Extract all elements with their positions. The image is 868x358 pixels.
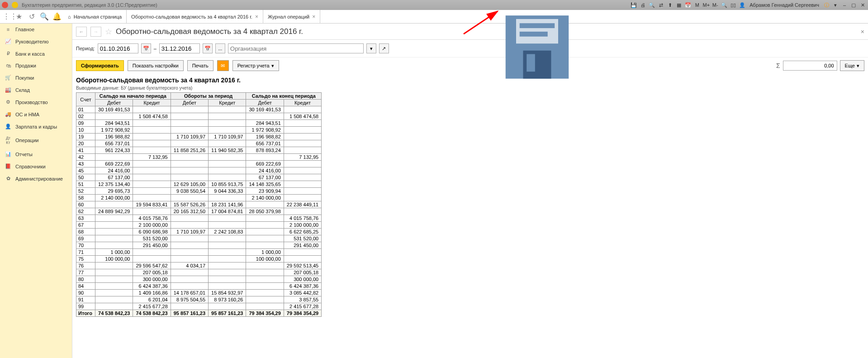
m-plus-icon[interactable]: M+ — [702, 1, 710, 9]
compare-icon[interactable]: ⇄ — [657, 1, 664, 9]
table-row[interactable]: 916 201,048 975 504,558 973 160,263 857,… — [76, 296, 322, 303]
sidebar-item-bank[interactable]: ₽Банк и касса — [0, 48, 72, 60]
table-row[interactable]: 0130 169 491,5330 169 491,53 — [76, 106, 322, 113]
table-row[interactable]: 4524 416,0024 416,00 — [76, 167, 322, 174]
apps-icon[interactable]: ⋮⋮⋮ — [0, 10, 13, 23]
table-row[interactable]: 992 415 677,282 415 677,28 — [76, 303, 322, 310]
zoom-icon[interactable]: 🔍 — [721, 1, 728, 9]
table-row[interactable]: 686 090 686,981 710 109,972 242 108,836 … — [76, 229, 322, 235]
date-to-input[interactable] — [159, 43, 200, 53]
org-dropdown-button[interactable]: ▾ — [366, 43, 376, 53]
calendar-icon[interactable]: 📅 — [684, 1, 692, 9]
table-row[interactable]: 69531 520,00531 520,00 — [76, 235, 322, 242]
tab-home[interactable]: ⌂ Начальная страница — [63, 10, 127, 24]
close-icon[interactable]: ✕ — [859, 1, 866, 9]
history-icon[interactable]: ↺ — [25, 10, 38, 23]
m-icon[interactable]: M — [693, 1, 701, 9]
tab-report[interactable]: Оборотно-сальдовая ведомость за 4 кварта… — [127, 10, 263, 24]
minimize-icon[interactable]: – — [841, 1, 848, 9]
info-icon[interactable]: ⓘ — [823, 1, 830, 9]
sidebar-item-admin[interactable]: ✿Администрирование — [0, 172, 72, 185]
date-from-input[interactable] — [98, 43, 138, 53]
cell-value — [133, 120, 171, 127]
preview-icon[interactable]: 🔍 — [648, 1, 655, 9]
form-button[interactable]: Сформировать — [76, 60, 124, 71]
table-row[interactable]: 6019 594 833,4115 587 526,2618 231 141,9… — [76, 201, 322, 208]
panels-icon[interactable]: ▯▯ — [730, 1, 737, 9]
table-row[interactable]: 20656 737,01656 737,01 — [76, 140, 322, 147]
table-row[interactable]: 75100 000,00100 000,00 — [76, 256, 322, 263]
sidebar-item-operations[interactable]: ДтКтОперации — [0, 133, 72, 148]
dk-icon: ДтКт — [5, 136, 12, 145]
m-minus-icon[interactable]: M- — [711, 1, 719, 9]
sidebar-item-assets[interactable]: 🚚ОС и НМА — [0, 108, 72, 120]
maximize-icon[interactable]: ▢ — [850, 1, 857, 9]
sidebar-item-purchases[interactable]: 🛒Покупки — [0, 72, 72, 84]
search-icon[interactable]: 🔍 — [38, 10, 51, 23]
cell-value — [284, 249, 321, 256]
forward-button[interactable]: → — [90, 27, 101, 37]
table-row[interactable]: 70291 450,00291 450,00 — [76, 242, 322, 249]
table-row[interactable]: 5067 137,0067 137,00 — [76, 174, 322, 181]
print-icon[interactable]: 🖨 — [639, 1, 646, 9]
table-row[interactable]: 846 424 387,366 424 387,36 — [76, 283, 322, 290]
cell-value — [284, 120, 321, 127]
register-button[interactable]: Регистр учета ▾ — [232, 60, 279, 71]
upload-icon[interactable]: ⬆ — [666, 1, 674, 9]
table-row[interactable]: 43669 222,69669 222,69 — [76, 161, 322, 167]
table-row[interactable]: 901 409 166,8614 178 657,0115 854 932,97… — [76, 290, 322, 296]
tab-close-icon[interactable]: × — [255, 14, 258, 20]
table-row[interactable]: 672 100 000,002 100 000,00 — [76, 222, 322, 229]
sidebar-item-manager[interactable]: 📈Руководителю — [0, 35, 72, 48]
cell-value — [284, 167, 321, 174]
tab-journal[interactable]: Журнал операций × — [263, 10, 320, 24]
calendar-to-button[interactable]: 📅 — [203, 43, 213, 53]
table-row[interactable]: 09284 943,51284 943,51 — [76, 120, 322, 127]
sidebar-item-reports[interactable]: 📊Отчеты — [0, 148, 72, 160]
sidebar-item-production[interactable]: ⚙Производство — [0, 96, 72, 108]
table-row[interactable]: 19196 988,821 710 109,971 710 109,97196 … — [76, 134, 322, 140]
table-row[interactable]: 427 132,957 132,95 — [76, 154, 322, 161]
table-row[interactable]: 021 508 474,581 508 474,58 — [76, 113, 322, 120]
org-open-button[interactable]: ↗ — [379, 43, 389, 53]
table-row[interactable]: 711 000,001 000,00 — [76, 249, 322, 256]
table-row[interactable]: 5229 695,739 038 550,549 044 336,3323 90… — [76, 188, 322, 195]
table-row[interactable]: 582 140 000,002 140 000,00 — [76, 195, 322, 201]
table-row[interactable]: 6224 889 942,2920 165 312,5017 004 874,8… — [76, 208, 322, 215]
table-row[interactable]: 5112 375 134,4012 629 105,0010 855 913,7… — [76, 181, 322, 188]
sidebar-item-refs[interactable]: 📕Справочники — [0, 160, 72, 172]
cell-value — [209, 154, 246, 161]
sidebar-item-salary[interactable]: 👤Зарплата и кадры — [0, 120, 72, 133]
email-button[interactable]: ✉ — [217, 60, 229, 71]
table-row[interactable]: 80300 000,00300 000,00 — [76, 276, 322, 283]
table-row[interactable]: 77207 005,18207 005,18 — [76, 269, 322, 276]
sidebar-item-warehouse[interactable]: 🏭Склад — [0, 84, 72, 96]
calendar-from-button[interactable]: 📅 — [141, 43, 151, 53]
more-button[interactable]: Еще ▾ — [840, 60, 864, 71]
table-row[interactable]: 7629 596 547,624 034,1729 592 513,45 — [76, 263, 322, 269]
print-button[interactable]: Печать — [187, 60, 213, 71]
bell-icon[interactable]: 🔔 — [51, 10, 63, 23]
cell-value: 961 224,33 — [95, 147, 133, 154]
tab-close-icon[interactable]: × — [312, 14, 315, 20]
back-button[interactable]: ← — [76, 27, 87, 37]
sidebar-item-sales[interactable]: 🛍Продажи — [0, 60, 72, 72]
cell-value — [133, 174, 171, 181]
balance-table[interactable]: Счет Сальдо на начало периода Обороты за… — [76, 92, 322, 317]
table-row[interactable]: 41961 224,3311 858 251,2611 940 582,3587… — [76, 147, 322, 154]
table-row[interactable]: 634 015 758,764 015 758,76 — [76, 215, 322, 222]
cart-icon: 🛒 — [5, 75, 12, 81]
sidebar-item-main[interactable]: ≡Главное — [0, 24, 72, 35]
user-name[interactable]: Абрамов Геннадий Сергеевич — [749, 2, 819, 8]
settings-button[interactable]: Показать настройки — [128, 60, 184, 71]
table-row[interactable]: 101 972 908,921 972 908,92 — [76, 127, 322, 134]
save-icon[interactable]: 💾 — [630, 1, 637, 9]
favorite-icon[interactable]: ☆ — [105, 27, 112, 37]
grid-icon[interactable]: ▦ — [675, 1, 683, 9]
period-select-button[interactable]: ... — [215, 43, 225, 53]
close-page-icon[interactable]: × — [861, 28, 864, 35]
sum-field[interactable]: 0,00 — [783, 61, 837, 71]
star-icon[interactable]: ★ — [13, 10, 25, 23]
dropdown-icon[interactable]: ▾ — [832, 1, 839, 9]
organization-input[interactable] — [228, 43, 364, 53]
